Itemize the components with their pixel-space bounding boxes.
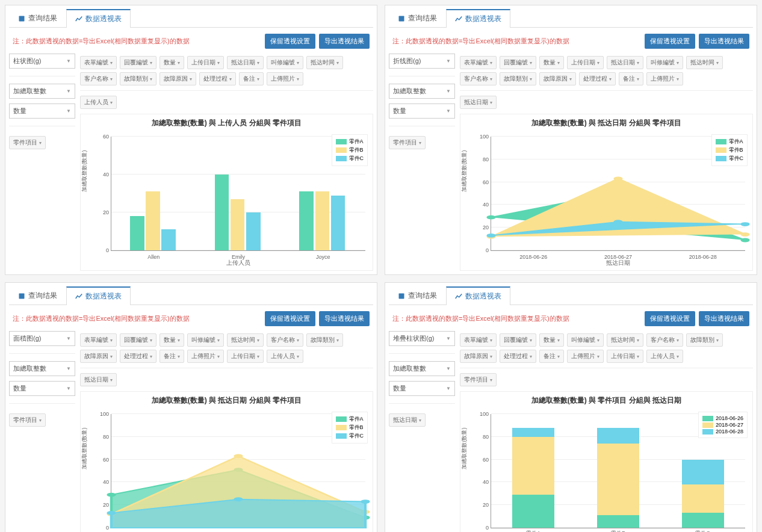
field-chip[interactable]: 叫修編號: [567, 333, 604, 347]
chart-type-select[interactable]: 堆疊柱状图(g)▼: [389, 331, 455, 346]
field-chip[interactable]: 上传人员: [80, 96, 117, 109]
tab-pivot[interactable]: 数据透视表: [66, 9, 131, 28]
export-pivot-button[interactable]: 导出透视结果: [699, 311, 749, 326]
aggregate-select[interactable]: 加總取整數▼: [9, 84, 75, 99]
field-chip[interactable]: 回覆編號: [120, 333, 156, 347]
field-chip[interactable]: 数量: [160, 333, 184, 347]
field-chip[interactable]: 数量: [539, 333, 564, 347]
field-chip[interactable]: 叫修編號: [187, 333, 224, 347]
field-chip[interactable]: 上传日期: [187, 56, 224, 69]
field-chip[interactable]: 处理过程: [120, 350, 156, 363]
field-chip[interactable]: 客户名称: [80, 72, 117, 85]
field-chip[interactable]: 零件項目: [9, 413, 46, 427]
chart-type-select[interactable]: 面積图(g)▼: [9, 331, 75, 346]
export-pivot-button[interactable]: 导出透视结果: [319, 311, 370, 326]
save-pivot-button[interactable]: 保留透视设置: [265, 34, 315, 49]
note-row: 注：此数据透视的数据=导出Excel(相同数据重复显示)的数据 保留透视设置 导…: [9, 309, 373, 331]
field-chip[interactable]: 抵达时间: [607, 333, 643, 347]
bar: [597, 428, 639, 444]
export-pivot-button[interactable]: 导出透视结果: [699, 34, 749, 49]
pivot-panel: 查询结果 数据透视表 注：此数据透视的数据=导出Excel(相同数据重复显示)的…: [385, 5, 757, 275]
field-chip[interactable]: 上传人员: [646, 350, 683, 363]
field-chip[interactable]: 回覆編號: [500, 333, 536, 347]
save-pivot-button[interactable]: 保留透视设置: [265, 311, 315, 326]
aggregate-select[interactable]: 加總取整數▼: [389, 84, 455, 99]
export-pivot-button[interactable]: 导出透视结果: [319, 34, 370, 49]
measure-select[interactable]: 数量▼: [389, 381, 455, 396]
field-chip[interactable]: 上傳照片: [267, 72, 303, 85]
note-row: 注：此数据透视的数据=导出Excel(相同数据重复显示)的数据 保留透视设置 导…: [9, 31, 373, 54]
field-chip[interactable]: 客户名称: [267, 333, 303, 347]
available-fields: 表單編號回覆編號数量叫修編號抵达时间客户名称故障類別故障原因处理过程备注上傳照片…: [80, 331, 373, 365]
field-chip[interactable]: 上传人员: [267, 350, 303, 363]
pivot-panel: 查询结果 数据透视表 注：此数据透视的数据=导出Excel(相同数据重复显示)的…: [5, 282, 377, 532]
measure-select[interactable]: 数量▼: [9, 381, 75, 396]
field-chip[interactable]: 抵达时间: [686, 56, 723, 69]
field-chip[interactable]: 上傳照片: [567, 350, 604, 363]
tab-query[interactable]: 查询结果: [389, 286, 446, 305]
field-chip[interactable]: 数量: [539, 56, 564, 69]
field-chip[interactable]: 抵达日期: [607, 56, 643, 69]
save-pivot-button[interactable]: 保留透视设置: [645, 311, 695, 326]
field-chip[interactable]: 叫修編號: [646, 56, 683, 69]
aggregate-select[interactable]: 加總取整數▼: [389, 361, 455, 376]
field-chip[interactable]: 表單編號: [460, 333, 497, 347]
tab-query[interactable]: 查询结果: [9, 286, 66, 305]
field-chip[interactable]: 备注: [160, 350, 184, 363]
field-chip[interactable]: 回覆編號: [500, 56, 536, 69]
save-pivot-button[interactable]: 保留透视设置: [645, 34, 695, 49]
measure-select[interactable]: 数量▼: [389, 104, 455, 119]
field-chip[interactable]: 故障類別: [686, 333, 723, 347]
field-chip[interactable]: 零件項目: [389, 136, 426, 149]
chart-legend: 零件A零件B零件C: [711, 134, 748, 166]
chart-type-select[interactable]: 折线图(g)▼: [389, 54, 455, 69]
measure-select[interactable]: 数量▼: [9, 104, 75, 119]
field-chip[interactable]: 故障原因: [80, 350, 117, 363]
field-chip[interactable]: 抵达日期: [460, 96, 497, 109]
chart-plot: 0204060801002018-06-262018-06-272018-06-…: [491, 137, 745, 251]
main-area: 表單編號回覆編號数量叫修編號抵达时间客户名称故障類別故障原因处理过程备注上傳照片…: [80, 331, 373, 532]
chart-container: 加總取整數(数量) 與 抵达日期 分組與 零件項目 02040608010020…: [460, 114, 753, 271]
field-chip[interactable]: 故障類別: [500, 72, 536, 85]
field-chip[interactable]: 抵达时间: [227, 333, 264, 347]
field-chip[interactable]: 上传日期: [607, 350, 643, 363]
field-chip[interactable]: 上传日期: [227, 350, 264, 363]
field-chip[interactable]: 上傳照片: [646, 72, 683, 85]
field-chip[interactable]: 表單編號: [460, 56, 497, 69]
aggregate-select[interactable]: 加總取整數▼: [9, 361, 75, 376]
field-chip[interactable]: 备注: [539, 350, 564, 363]
field-chip[interactable]: 零件項目: [460, 373, 497, 386]
field-chip[interactable]: 叫修編號: [267, 56, 303, 69]
field-chip[interactable]: 故障原因: [539, 72, 576, 85]
field-chip[interactable]: 故障類別: [306, 333, 343, 347]
field-chip[interactable]: 抵达日期: [80, 373, 117, 386]
field-chip[interactable]: 数量: [160, 56, 184, 69]
field-chip[interactable]: 回覆編號: [120, 56, 156, 69]
field-chip[interactable]: 上傳照片: [187, 350, 224, 363]
field-chip[interactable]: 表單編號: [80, 56, 117, 69]
field-chip[interactable]: 抵达日期: [389, 413, 426, 427]
field-chip[interactable]: 上传日期: [567, 56, 604, 69]
field-chip[interactable]: 抵达时间: [306, 56, 343, 69]
tab-pivot[interactable]: 数据透视表: [66, 286, 131, 305]
tab-pivot[interactable]: 数据透视表: [446, 286, 510, 305]
svg-point-16: [235, 454, 242, 457]
field-chip[interactable]: 备注: [619, 72, 643, 85]
tab-query[interactable]: 查询结果: [9, 9, 66, 27]
chart-type-select[interactable]: 柱状图(g)▼: [9, 54, 75, 69]
field-chip[interactable]: 处理过程: [500, 350, 536, 363]
tab-query[interactable]: 查询结果: [389, 9, 446, 27]
field-chip[interactable]: 抵达日期: [227, 56, 264, 69]
field-chip[interactable]: 处理过程: [579, 72, 616, 85]
field-chip[interactable]: 表單編號: [80, 333, 117, 347]
field-chip[interactable]: 故障原因: [460, 350, 497, 363]
field-chip[interactable]: 故障原因: [160, 72, 196, 85]
svg-point-12: [108, 493, 115, 496]
field-chip[interactable]: 客户名称: [646, 333, 683, 347]
tab-pivot[interactable]: 数据透视表: [446, 9, 510, 28]
field-chip[interactable]: 备注: [239, 72, 264, 85]
field-chip[interactable]: 客户名称: [460, 72, 497, 85]
field-chip[interactable]: 故障類別: [120, 72, 156, 85]
field-chip[interactable]: 处理过程: [199, 72, 236, 85]
field-chip[interactable]: 零件項目: [9, 136, 46, 149]
